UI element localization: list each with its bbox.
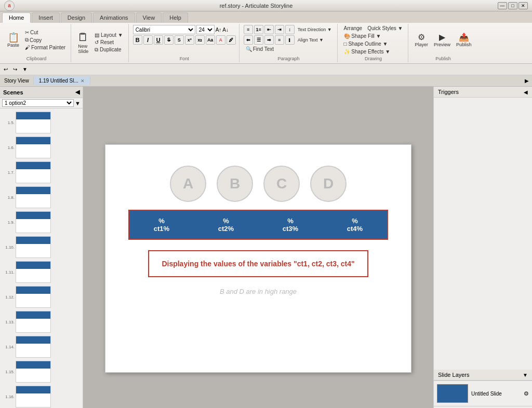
new-slide-button[interactable]: 🗒 NewSlide <box>75 31 91 55</box>
underline-button[interactable]: U <box>154 35 163 45</box>
shape-outline-button[interactable]: □ Shape Outline ▼ <box>342 40 390 47</box>
subscript-button[interactable]: x₂ <box>195 35 205 45</box>
paragraph-label: Paragraph <box>244 55 334 61</box>
scenes-collapse-icon[interactable]: ◀ <box>75 89 79 96</box>
layout-button[interactable]: ▤ Layout ▼ <box>92 32 125 38</box>
scenes-dropdown: 1 option2 ▼ <box>0 98 83 108</box>
slide-preview-9 <box>16 336 51 358</box>
ribbon: HomeInsertDesignAnimationsViewHelp 📋 Pas… <box>0 11 532 64</box>
slide-thumb-1-9.[interactable]: 1.9. <box>2 210 81 234</box>
paste-button[interactable]: 📋 Paste <box>5 32 21 49</box>
decrease-font-button[interactable]: A↓ <box>222 27 229 33</box>
slide-thumb-1-5.[interactable]: 1.5. <box>2 111 81 134</box>
slide-preview-5 <box>16 236 51 258</box>
increase-font-button[interactable]: A↑ <box>216 27 222 33</box>
scene-dropdown-arrow: ▼ <box>75 100 81 106</box>
drawing-label: Drawing <box>342 55 405 61</box>
slide-thumb-1-6.[interactable]: 1.6. <box>2 135 81 159</box>
slide-thumb-1-15.[interactable]: 1.15. <box>2 360 81 384</box>
highlight-button[interactable]: 🖊 <box>227 35 236 45</box>
shape-effects-button[interactable]: ✨ Shape Effects ▼ <box>342 48 393 55</box>
decrease-indent-button[interactable]: ⇤ <box>264 25 274 34</box>
strikethrough-button[interactable]: S̶ <box>164 35 174 45</box>
reset-button[interactable]: ↺ Reset <box>92 39 125 46</box>
close-button[interactable]: ✕ <box>518 2 528 9</box>
copy-button[interactable]: ⧉ Copy <box>23 36 68 44</box>
duplicate-button[interactable]: ⧉ Duplicate <box>92 46 125 53</box>
bold-button[interactable]: B <box>133 35 142 45</box>
slide-canvas-area: A B C D % ct1% % ct2% % <box>83 87 433 408</box>
triggers-content <box>434 98 532 368</box>
column-button[interactable]: ⫿ <box>285 35 295 45</box>
paste-icon: 📋 <box>8 33 19 42</box>
triggers-collapse-button[interactable]: ◀ <box>524 89 528 95</box>
slide-thumb-1-10.[interactable]: 1.10. <box>2 235 81 259</box>
bar-cell-2-pct: % <box>223 217 229 225</box>
shape-fill-button[interactable]: 🎨 Shape Fill ▼ <box>342 33 383 39</box>
ribbon-tab-help[interactable]: Help <box>163 12 188 23</box>
slide-thumb-1-13.[interactable]: 1.13. <box>2 310 81 334</box>
slide-thumb-1-11.[interactable]: 1.11. <box>2 260 81 284</box>
slide-tab-close[interactable]: ✕ <box>81 78 85 84</box>
slide-preview-bar-5 <box>16 237 50 244</box>
align-text-dropdown[interactable]: Align Text ▼ <box>296 37 326 43</box>
find-text-button[interactable]: 🔍 Find Text <box>244 46 276 52</box>
slide-num-10: 1.15. <box>3 370 15 374</box>
ribbon-tab-view[interactable]: View <box>136 12 162 23</box>
ribbon-tab-home[interactable]: Home <box>2 12 31 23</box>
tab-scroll-button[interactable]: ▶ <box>522 78 532 84</box>
publish-buttons: ⚙ Player ▶ Preview 📤 Publish <box>413 25 473 55</box>
publish-button[interactable]: 📤 Publish <box>454 32 474 48</box>
text-direction-button[interactable]: ↕ <box>285 25 295 34</box>
ribbon-tab-design[interactable]: Design <box>61 12 92 23</box>
superscript-button[interactable]: x² <box>185 35 194 45</box>
justify-button[interactable]: ≡ <box>275 35 284 45</box>
bar-cell-1-pct: % <box>158 217 165 225</box>
slide-layers-dropdown[interactable]: ▼ <box>523 372 528 378</box>
bar-cell-1-var: ct1% <box>154 225 169 233</box>
italic-button[interactable]: I <box>143 35 153 45</box>
window-title: ref.story - Articulate Storyline <box>15 3 498 9</box>
arrange-button[interactable]: Arrange <box>342 25 365 32</box>
new-slide-icon: 🗒 <box>77 32 89 43</box>
slide-tab-active[interactable]: 1.19 Untitled Sl... ✕ <box>34 77 90 85</box>
ribbon-tab-animations[interactable]: Animations <box>93 12 135 23</box>
shadow-button[interactable]: S <box>175 35 184 45</box>
layer-settings-icon[interactable]: ⚙ <box>524 390 529 397</box>
cut-button[interactable]: ✂ Cut <box>23 29 68 36</box>
scenes-title: Scenes <box>3 89 23 96</box>
undo-button[interactable]: ↩ <box>2 66 9 73</box>
player-button[interactable]: ⚙ Player <box>413 32 430 48</box>
align-center-button[interactable]: ☰ <box>254 35 263 45</box>
slide-thumb-1-7.[interactable]: 1.7. <box>2 160 81 184</box>
text-case-button[interactable]: Aa <box>206 35 215 45</box>
paragraph-controls: ≡ 1≡ ⇤ ⇥ ↕ Text Direction ▼ ⬅ ☰ ➡ ≡ ⫿ Al… <box>244 25 334 55</box>
increase-indent-button[interactable]: ⇥ <box>275 25 284 34</box>
circle-a: A <box>170 166 206 202</box>
maximize-button[interactable]: □ <box>508 2 517 9</box>
slide-thumb-1-12.[interactable]: 1.12. <box>2 285 81 309</box>
title-bar: a ref.story - Articulate Storyline — □ ✕ <box>0 0 532 11</box>
layer-controls-row: + ✕ ▲ ▼ ⚙ <box>434 406 532 408</box>
quick-access-more-button[interactable]: ▼ <box>21 66 29 73</box>
text-direction-dropdown[interactable]: Text Direction ▼ <box>296 26 334 33</box>
quick-styles-button[interactable]: Quick Styles ▼ <box>365 25 405 32</box>
slide-thumb-1-14.[interactable]: 1.14. <box>2 335 81 359</box>
minimize-button[interactable]: — <box>498 2 507 9</box>
font-size-select[interactable]: 24 <box>196 25 215 34</box>
align-left-button[interactable]: ⬅ <box>244 35 253 45</box>
slide-thumb-1-8.[interactable]: 1.8. <box>2 185 81 209</box>
numbering-button[interactable]: 1≡ <box>254 25 263 34</box>
story-view-tab[interactable]: Story View <box>0 77 34 85</box>
slide-thumb-1-16.[interactable]: 1.16. <box>2 385 81 408</box>
scene-selector[interactable]: 1 option2 <box>2 99 74 107</box>
align-right-button[interactable]: ➡ <box>264 35 274 45</box>
font-selector-row: Calibri 24 A↑ A↓ <box>133 25 229 34</box>
font-color-button[interactable]: A <box>216 35 225 45</box>
font-family-select[interactable]: Calibri <box>133 25 195 34</box>
format-painter-button[interactable]: 🖌 Format Painter <box>23 44 68 51</box>
preview-button[interactable]: ▶ Preview <box>432 32 453 48</box>
redo-button[interactable]: ↪ <box>11 66 19 73</box>
ribbon-tab-insert[interactable]: Insert <box>32 12 60 23</box>
bullets-button[interactable]: ≡ <box>244 25 253 34</box>
